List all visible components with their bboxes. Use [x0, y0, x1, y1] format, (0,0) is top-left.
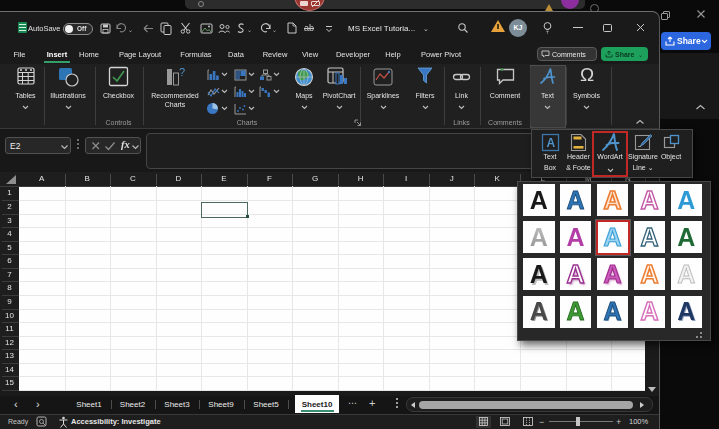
svg-text:A: A	[547, 136, 556, 150]
svg-text:?: ?	[179, 67, 185, 78]
